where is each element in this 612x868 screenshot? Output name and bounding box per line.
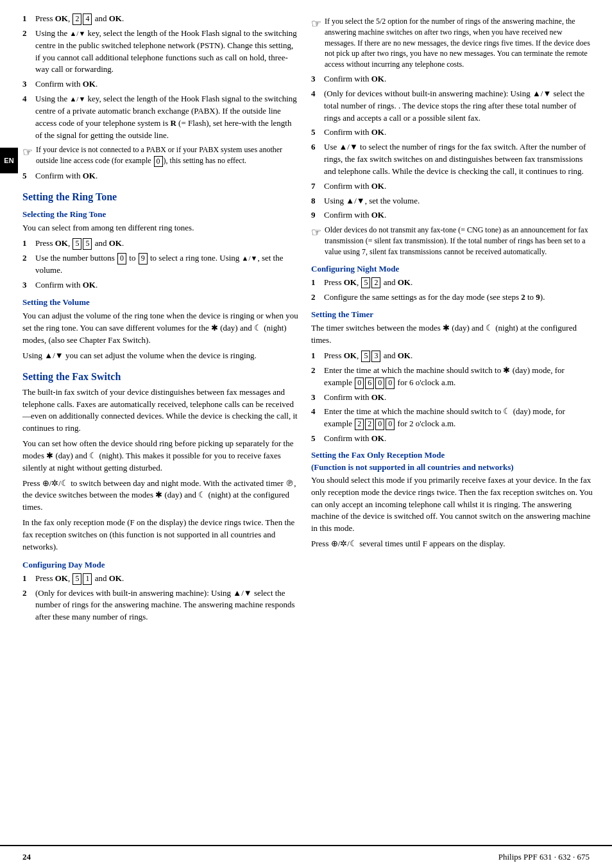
step-9: 9 Confirm with OK.: [311, 209, 593, 221]
night-step-2: 2 Configure the same settings as for the…: [311, 291, 593, 304]
select-ring-tone-intro: You can select from among ten different …: [22, 222, 298, 234]
night-step-1: 1 Press OK, 52 and OK.: [311, 277, 593, 289]
en-label: EN: [0, 148, 18, 173]
hand-icon-2: ☞: [311, 17, 321, 31]
note-rings-text: If you select the 5/2 option for the num…: [325, 16, 593, 70]
page-number: 24: [22, 852, 31, 862]
ring-tone-title: Setting the Ring Tone: [22, 191, 298, 203]
intro-step-1: 1 Press OK, 24 and OK.: [22, 13, 298, 25]
intro-step-2: 2 Using the ▲/▼ key, select the length o…: [22, 28, 298, 76]
steps-3-9: 3 Confirm with OK. 4 (Only for devices w…: [311, 73, 593, 221]
intro-step-5: 5 Confirm with OK.: [22, 170, 298, 182]
timer-step-3: 3 Confirm with OK.: [311, 392, 593, 404]
fax-switch-text3: Press ⊕/✲/☾ to switch between day and ni…: [22, 478, 298, 514]
timer-title: Setting the Timer: [311, 309, 593, 320]
ring-step-2: 2 Use the number buttons 0 to 9 to selec…: [22, 252, 298, 277]
fax-switch-title: Setting the Fax Switch: [22, 371, 298, 383]
hand-icon-3: ☞: [311, 225, 321, 239]
fax-switch-text2: You can set how often the device should …: [22, 438, 298, 474]
night-mode-steps: 1 Press OK, 52 and OK. 2 Configure the s…: [311, 277, 593, 304]
bottom-bar: 24 Philips PPF 631 · 632 · 675: [0, 845, 612, 868]
hand-icon: ☞: [22, 145, 33, 159]
select-ring-tone-title: Selecting the Ring Tone: [22, 209, 298, 220]
day-step-1: 1 Press OK, 51 and OK.: [22, 573, 298, 585]
note-pabx-text: If your device is not connected to a PAB…: [36, 144, 298, 167]
step-7: 7 Confirm with OK.: [311, 180, 593, 193]
brand-name: Philips PPF 631 · 632 · 675: [498, 852, 590, 862]
ring-step-1: 1 Press OK, 55 and OK.: [22, 238, 298, 250]
intro-step-3: 3 Confirm with OK.: [22, 78, 298, 91]
day-mode-steps: 1 Press OK, 51 and OK. 2 (Only for devic…: [22, 573, 298, 623]
step-4: 4 (Only for devices without built-in ans…: [311, 88, 593, 125]
intro-steps: 1 Press OK, 24 and OK. 2 Using the ▲/▼ k…: [22, 13, 298, 141]
note-rings: ☞ If you select the 5/2 option for the n…: [311, 16, 593, 70]
step-5: 5 Confirm with OK.: [22, 170, 298, 182]
timer-step-4: 4 Enter the time at which the machine sh…: [311, 406, 593, 430]
step-8: 8 Using ▲/▼, set the volume.: [311, 195, 593, 207]
timer-step-2: 2 Enter the time at which the machine sh…: [311, 365, 593, 389]
ring-tone-steps: 1 Press OK, 55 and OK. 2 Use the number …: [22, 238, 298, 291]
fax-only-title: Setting the Fax Only Reception Mode: [311, 450, 593, 460]
fax-switch-text4: In the fax only reception mode (F on the…: [22, 517, 298, 553]
right-column: ☞ If you select the 5/2 option for the n…: [311, 13, 593, 626]
step-3: 3 Confirm with OK.: [311, 73, 593, 85]
timer-steps: 1 Press OK, 53 and OK. 2 Enter the time …: [311, 350, 593, 445]
night-mode-title: Configuring Night Mode: [311, 264, 593, 274]
fax-only-text1: You should select this mode if you prima…: [311, 474, 593, 535]
left-column: 1 Press OK, 24 and OK. 2 Using the ▲/▼ k…: [22, 13, 298, 626]
timer-intro: The timer switches between the modes ✱ (…: [311, 322, 593, 347]
day-mode-title: Configuring Day Mode: [22, 560, 298, 570]
intro-step-4: 4 Using the ▲/▼ key, select the length o…: [22, 93, 298, 141]
note-pabx: ☞ If your device is not connected to a P…: [22, 144, 298, 167]
timer-step-5: 5 Confirm with OK.: [311, 433, 593, 445]
fax-only-text2: Press ⊕/✲/☾ several times until F appear…: [311, 538, 593, 550]
volume-text1: You can adjust the volume of the ring to…: [22, 310, 298, 347]
page-container: EN 1 Press OK, 24 and OK. 2 Using the ▲/…: [0, 0, 612, 868]
fax-switch-text1: The built-in fax switch of your device d…: [22, 386, 298, 435]
step-5-right: 5 Confirm with OK.: [311, 126, 593, 139]
timer-step-1: 1 Press OK, 53 and OK.: [311, 350, 593, 362]
volume-text2: Using ▲/▼ you can set adjust the volume …: [22, 350, 298, 362]
note-cng: ☞ Older devices do not transmit any fax-…: [311, 225, 593, 257]
step-6: 6 Use ▲/▼ to select the number of rings …: [311, 141, 593, 178]
fax-only-subtitle: (Function is not supported in all countr…: [311, 462, 593, 473]
day-step-2: 2 (Only for devices with built-in answer…: [22, 587, 298, 624]
ring-step-3: 3 Confirm with OK.: [22, 279, 298, 291]
volume-title: Setting the Volume: [22, 297, 298, 308]
note-cng-text: Older devices do not transmit any fax-to…: [325, 225, 593, 257]
